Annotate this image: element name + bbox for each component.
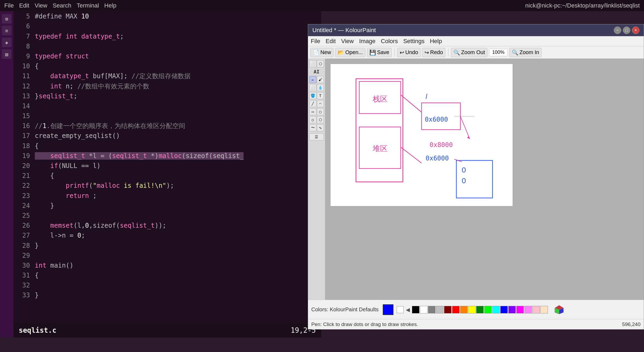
tool-row-5: ╱ ⌒ — [309, 100, 324, 107]
menu-help[interactable]: Help — [104, 2, 116, 9]
fill-tool[interactable]: 🪣 — [309, 92, 316, 99]
line-number: 15 — [13, 111, 35, 121]
code-body: 45#define MAX 1067typedef int datatype_t… — [13, 0, 321, 302]
color-bisque[interactable] — [540, 306, 548, 313]
brush-tool[interactable]: 🖌 — [317, 76, 324, 83]
menu-search[interactable]: Search — [53, 2, 71, 9]
extra-tool[interactable]: ☰ — [309, 133, 324, 140]
bg-color-swatch[interactable] — [397, 306, 404, 313]
kolour-paint-window: Untitled * — KolourPaint − □ × File Edit… — [308, 24, 644, 329]
undo-button[interactable]: ↩ Undo — [397, 48, 421, 57]
line-number: 16 — [13, 121, 35, 131]
svg-line-5 — [401, 95, 422, 112]
line-content: typedef struct — [35, 51, 321, 61]
color-magenta[interactable] — [516, 306, 524, 313]
canvas-area[interactable]: 栈区 堆区 l 0x6000 0x — [325, 59, 644, 300]
kmenu-settings[interactable]: Settings — [403, 38, 425, 45]
code-line: 15 — [13, 111, 321, 121]
minimize-button[interactable]: − — [614, 27, 621, 34]
toolbar-separator-1 — [394, 48, 395, 57]
wave-tool[interactable]: 〜 — [309, 124, 316, 131]
kolour-status-bar: Pen: Click to draw dots or drag to draw … — [308, 319, 644, 329]
color-green[interactable] — [484, 306, 492, 313]
line-number: 11 — [13, 71, 35, 81]
kmenu-image[interactable]: Image — [359, 38, 376, 45]
kmenu-edit[interactable]: Edit — [325, 38, 336, 45]
color-darkgreen[interactable] — [476, 306, 484, 313]
sidebar-icon-3[interactable]: ◈ — [2, 38, 12, 47]
color-cyan[interactable] — [492, 306, 500, 313]
color-orange[interactable] — [460, 306, 468, 313]
code-line: 28} — [13, 241, 321, 251]
code-line: 9typedef struct — [13, 51, 321, 61]
line-content: { — [35, 61, 321, 71]
color-pick-tool[interactable]: 💧 — [317, 84, 324, 91]
color-maroon[interactable] — [444, 306, 452, 313]
sidebar-icon-4[interactable]: ▤ — [2, 49, 12, 59]
color-pink[interactable] — [532, 306, 540, 313]
sidebar-icon-2[interactable]: ≡ — [2, 26, 12, 35]
color-blue[interactable] — [500, 306, 508, 313]
line-number: 28 — [13, 241, 35, 251]
pen-tool[interactable]: ✏ — [309, 76, 316, 83]
kmenu-colors[interactable]: Colors — [381, 38, 398, 45]
kmenu-help[interactable]: Help — [430, 38, 442, 45]
tool-palette: ⬜ ⬡ AI ✏ 🖌 ⬜ 💧 🪣 T ╱ ⌒ ▭ ▢ — [308, 59, 325, 300]
zoom-level-input[interactable] — [489, 49, 508, 56]
roundrect-tool[interactable]: ▢ — [317, 108, 324, 115]
menu-view[interactable]: View — [35, 2, 47, 9]
line-content: #define MAX 10 — [35, 12, 321, 21]
line-number: 33 — [13, 290, 35, 300]
redo-button[interactable]: ↪ Redo — [422, 48, 445, 57]
ellipse-tool[interactable]: ○ — [309, 116, 316, 123]
zoom-out-icon: 🔍 — [453, 49, 460, 56]
open-icon: 📂 — [338, 49, 344, 56]
color-white[interactable] — [420, 306, 427, 313]
line-tool[interactable]: ╱ — [309, 100, 316, 107]
maximize-button[interactable]: □ — [623, 27, 630, 34]
kmenu-view[interactable]: View — [341, 38, 354, 45]
zoom-out-button[interactable]: 🔍 Zoom Out — [451, 48, 487, 57]
drawing-canvas: 栈区 堆区 l 0x6000 0x — [331, 64, 513, 206]
svg-text:堆区: 堆区 — [372, 144, 388, 153]
color-yellow[interactable] — [468, 306, 476, 313]
svg-text:0x8000: 0x8000 — [430, 141, 453, 149]
line-content: memset(l,0,sizeof(seqlist_t)); — [35, 221, 321, 231]
curve-tool[interactable]: ⌒ — [317, 100, 324, 107]
open-button[interactable]: 📂 Open... — [335, 48, 365, 57]
color-red[interactable] — [452, 306, 460, 313]
polygon-tool[interactable]: ⬡ — [317, 116, 324, 123]
color-silver[interactable] — [436, 306, 444, 313]
line-content: return ; — [35, 191, 321, 201]
menu-terminal[interactable]: Terminal — [77, 2, 99, 9]
redo-icon: ↪ — [425, 49, 429, 56]
color-purple[interactable] — [508, 306, 516, 313]
sidebar-icon-1[interactable]: ⊞ — [2, 14, 12, 24]
code-line: 26 memset(l,0,sizeof(seqlist_t)); — [13, 221, 321, 231]
menu-file[interactable]: File — [4, 2, 14, 9]
close-button[interactable]: × — [632, 27, 639, 34]
new-button[interactable]: 📄 New — [310, 48, 334, 57]
menu-edit[interactable]: Edit — [19, 2, 29, 9]
select-rect-tool[interactable]: ⬜ — [309, 60, 316, 67]
tool-row-4: 🪣 T — [309, 92, 324, 99]
text-tool[interactable]: T — [317, 92, 324, 99]
color-black[interactable] — [412, 306, 419, 313]
line-content: { — [35, 171, 321, 181]
eraser-tool[interactable]: ⬜ — [309, 84, 316, 91]
color-gray[interactable] — [428, 306, 435, 313]
current-color-swatch[interactable] — [383, 304, 393, 315]
svg-text:l: l — [426, 92, 427, 100]
line-number: 23 — [13, 191, 35, 201]
save-button[interactable]: 💾 Save — [367, 48, 392, 57]
rect-tool[interactable]: ▭ — [309, 108, 316, 115]
line-content: l->n = 0; — [35, 231, 321, 241]
code-line: 21 { — [13, 171, 321, 181]
line-content: datatype_t buf[MAX]; //定义数组存储数据 — [35, 71, 321, 81]
select-free-tool[interactable]: ⬡ — [317, 60, 324, 67]
zoom-in-button[interactable]: 🔍 Zoom In — [509, 48, 541, 57]
svg-text:栈区: 栈区 — [372, 95, 388, 103]
color-lightmagenta[interactable] — [524, 306, 532, 313]
wave2-tool[interactable]: ∿ — [317, 124, 324, 131]
kmenu-file[interactable]: File — [311, 38, 320, 45]
